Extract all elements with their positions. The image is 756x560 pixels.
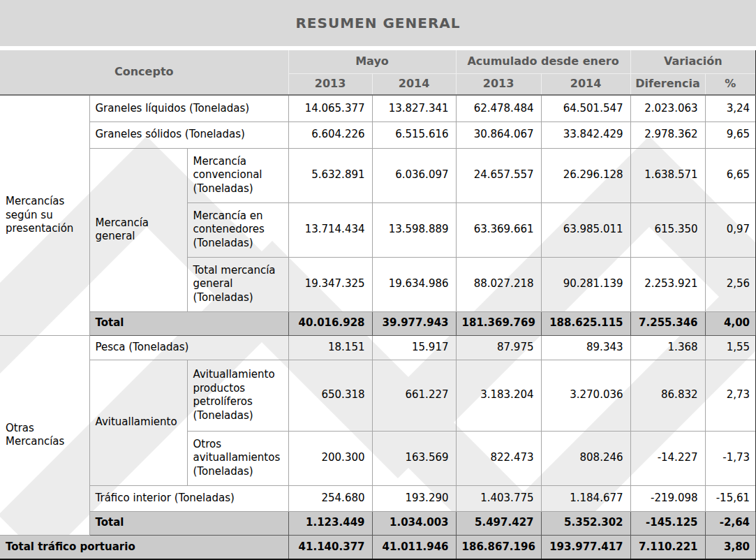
value-cell: 3,80: [705, 535, 756, 560]
row-label: Avituallamiento productos petrolíferos (…: [187, 360, 288, 431]
value-cell: 18.151: [288, 335, 372, 360]
value-cell: 88.027.218: [456, 257, 541, 311]
column-header-acum-2014: 2014: [541, 73, 630, 95]
row-label: Otros avituallamientos (Toneladas): [187, 431, 288, 485]
value-cell: 181.369.769: [456, 311, 541, 335]
value-cell: 90.281.139: [541, 257, 630, 311]
value-cell: 6.515.616: [372, 121, 456, 148]
value-cell: 30.864.067: [456, 121, 541, 148]
row-label: Total mercancía general (Toneladas): [187, 257, 288, 311]
column-header-percent: %: [705, 73, 756, 95]
page-title: RESUMEN GENERAL: [0, 0, 756, 46]
column-header-mayo-2014: 2014: [372, 73, 456, 95]
value-cell: -219.098: [630, 485, 705, 511]
value-cell: 1.123.449: [288, 511, 372, 535]
row-label: Graneles sólidos (Toneladas): [89, 121, 288, 148]
value-cell: 6,65: [705, 148, 756, 202]
table-row: Mercancías según su presentación Granele…: [0, 95, 756, 121]
value-cell: 2.978.362: [630, 121, 705, 148]
resumen-general-table: Concepto Mayo Acumulado desde enero Vari…: [0, 50, 756, 560]
section-total-row: Total 1.123.449 1.034.003 5.497.427 5.35…: [0, 511, 756, 535]
value-cell: 5.497.427: [456, 511, 541, 535]
value-cell: 33.842.429: [541, 121, 630, 148]
value-cell: 86.832: [630, 360, 705, 431]
value-cell: -2,64: [705, 511, 756, 535]
value-cell: 193.290: [372, 485, 456, 511]
value-cell: 5.352.302: [541, 511, 630, 535]
column-group-variacion: Variación: [630, 50, 756, 73]
value-cell: 62.478.484: [456, 95, 541, 121]
value-cell: 1.403.775: [456, 485, 541, 511]
row-label: Mercancía convencional (Toneladas): [187, 148, 288, 202]
value-cell: 5.632.891: [288, 148, 372, 202]
value-cell: 14.065.377: [288, 95, 372, 121]
column-header-diferencia: Diferencia: [630, 73, 705, 95]
value-cell: 3.270.036: [541, 360, 630, 431]
value-cell: 808.246: [541, 431, 630, 485]
value-cell: 822.473: [456, 431, 541, 485]
value-cell: -14.227: [630, 431, 705, 485]
value-cell: 2,56: [705, 257, 756, 311]
table-row: Mercancía general Mercancía convencional…: [0, 148, 756, 202]
value-cell: 9,65: [705, 121, 756, 148]
value-cell: 15.917: [372, 335, 456, 360]
value-cell: -1,73: [705, 431, 756, 485]
value-cell: 19.347.325: [288, 257, 372, 311]
value-cell: 3,24: [705, 95, 756, 121]
total-label: Total: [89, 311, 288, 335]
value-cell: 163.569: [372, 431, 456, 485]
value-cell: -15,61: [705, 485, 756, 511]
value-cell: 188.625.115: [541, 311, 630, 335]
column-header-acum-2013: 2013: [456, 73, 541, 95]
value-cell: 2,73: [705, 360, 756, 431]
value-cell: 661.227: [372, 360, 456, 431]
total-label: Total: [89, 511, 288, 535]
value-cell: 41.011.946: [372, 535, 456, 560]
row-label: Graneles líquidos (Toneladas): [89, 95, 288, 121]
value-cell: 615.350: [630, 202, 705, 257]
value-cell: 2.253.921: [630, 257, 705, 311]
value-cell: 13.598.889: [372, 202, 456, 257]
value-cell: 63.985.011: [541, 202, 630, 257]
row-label: Tráfico interior (Toneladas): [89, 485, 288, 511]
value-cell: 64.501.547: [541, 95, 630, 121]
value-cell: 87.975: [456, 335, 541, 360]
value-cell: 0,97: [705, 202, 756, 257]
value-cell: 7.255.346: [630, 311, 705, 335]
subgroup-label: Avituallamiento: [89, 360, 187, 485]
subgroup-label: Mercancía general: [89, 148, 187, 311]
value-cell: 200.300: [288, 431, 372, 485]
section-total-row: Total 40.016.928 39.977.943 181.369.769 …: [0, 311, 756, 335]
group-label: Mercancías según su presentación: [0, 95, 89, 335]
grand-total-label: Total tráfico portuario: [0, 535, 288, 560]
value-cell: 2.023.063: [630, 95, 705, 121]
value-cell: 19.634.986: [372, 257, 456, 311]
row-label: Mercancía en contenedores (Toneladas): [187, 202, 288, 257]
value-cell: 4,00: [705, 311, 756, 335]
value-cell: 24.657.557: [456, 148, 541, 202]
value-cell: 1.034.003: [372, 511, 456, 535]
value-cell: 41.140.377: [288, 535, 372, 560]
table-row: Tráfico interior (Toneladas) 254.680 193…: [0, 485, 756, 511]
column-header-concepto: Concepto: [0, 50, 288, 95]
table-row: Otras Mercancías Pesca (Toneladas) 18.15…: [0, 335, 756, 360]
value-cell: 1.368: [630, 335, 705, 360]
value-cell: -145.125: [630, 511, 705, 535]
value-cell: 1,55: [705, 335, 756, 360]
value-cell: 650.318: [288, 360, 372, 431]
value-cell: 193.977.417: [541, 535, 630, 560]
group-label: Otras Mercancías: [0, 335, 89, 535]
value-cell: 89.343: [541, 335, 630, 360]
table-row: Avituallamiento Avituallamiento producto…: [0, 360, 756, 431]
value-cell: 6.036.097: [372, 148, 456, 202]
table-row: Graneles sólidos (Toneladas) 6.604.226 6…: [0, 121, 756, 148]
report-page: RESUMEN GENERAL Concepto Mayo Acumulado …: [0, 0, 756, 560]
value-cell: 26.296.128: [541, 148, 630, 202]
row-label: Pesca (Toneladas): [89, 335, 288, 360]
value-cell: 6.604.226: [288, 121, 372, 148]
value-cell: 40.016.928: [288, 311, 372, 335]
column-group-acumulado: Acumulado desde enero: [456, 50, 630, 73]
value-cell: 1.184.677: [541, 485, 630, 511]
value-cell: 254.680: [288, 485, 372, 511]
value-cell: 1.638.571: [630, 148, 705, 202]
